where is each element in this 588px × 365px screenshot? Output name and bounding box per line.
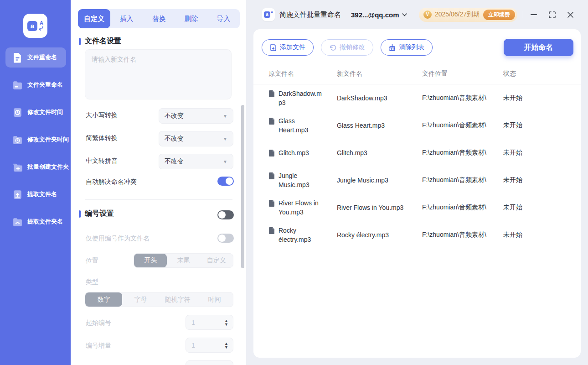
license-badge: V 2025/06/27到期 立即续费 — [419, 8, 517, 22]
undo-button[interactable]: 撤销修改 — [321, 39, 373, 56]
file-icon — [268, 90, 275, 98]
new-filename-input[interactable] — [85, 49, 232, 99]
filename-section-header: 文件名设置 — [79, 36, 121, 46]
sidebar-item-label: 提取文件名 — [27, 190, 57, 198]
section-title: 编号设置 — [85, 209, 114, 219]
tab-insert[interactable]: 插入 — [110, 9, 143, 28]
sidebar-item-label: 修改文件时间 — [27, 108, 63, 116]
start-rename-button[interactable]: 开始命名 — [504, 39, 573, 56]
col-original-name: 原文件名 — [268, 70, 337, 78]
maximize-button[interactable] — [548, 10, 556, 19]
table-row[interactable]: DarkShadow.mp3 DarkShadow.mp3 F:\zhuomia… — [253, 84, 581, 112]
sidebar-item-label: 提取文件夹名 — [27, 218, 63, 226]
col-status: 状态 — [503, 70, 573, 78]
section-title: 文件名设置 — [85, 36, 121, 46]
sidebar-item-folder-extract[interactable]: 提取文件夹名 — [5, 212, 66, 232]
tab-import[interactable]: 导入 — [207, 9, 240, 28]
folder-create-icon — [12, 162, 23, 173]
file-location: F:\zhuomian\音频素材\ — [422, 203, 503, 212]
clear-list-button[interactable]: 清除列表 — [381, 39, 433, 56]
table-row[interactable]: Glitch.mp3 Glitch.mp3 F:\zhuomian\音频素材\ … — [253, 139, 581, 167]
license-expiry: 2025/06/27到期 — [435, 10, 480, 19]
tab-replace[interactable]: 替换 — [143, 9, 175, 28]
vip-coin-icon: V — [423, 10, 432, 19]
auto-conflict-label: 自动解决命名冲突 — [86, 178, 137, 186]
numbering-toggle[interactable] — [217, 210, 234, 219]
sidebar-item-folder-time[interactable]: 修改文件夹时间 — [5, 130, 66, 150]
broom-icon — [389, 44, 396, 51]
file-location: F:\zhuomian\音频素材\ — [422, 149, 503, 157]
sidebar-nav: 文件重命名 文件夹重命名 修改文件时间 修改文件夹时间 批量创建文件夹 提取文件… — [0, 47, 71, 239]
account-menu[interactable]: 392...@qq.com — [351, 11, 407, 19]
case-convert-select[interactable]: 不改变▼ — [159, 108, 233, 124]
position-option-custom[interactable]: 自定义 — [200, 254, 233, 267]
position-option-start[interactable]: 开头 — [134, 254, 167, 267]
file-time-icon — [12, 107, 23, 118]
sidebar-item-file-rename[interactable]: 文件重命名 — [5, 47, 66, 68]
file-icon — [268, 117, 275, 125]
file-location: F:\zhuomian\音频素材\ — [422, 231, 503, 239]
traditional-convert-select[interactable]: 不改变▼ — [159, 131, 233, 146]
spin-down-icon[interactable]: ▼ — [224, 323, 228, 326]
only-number-toggle[interactable] — [217, 234, 234, 243]
status-badge: 未开始 — [503, 121, 573, 130]
position-segment: 开头 末尾 自定义 — [134, 253, 233, 268]
table-row[interactable]: River Flows in You.mp3 River Flows in Yo… — [253, 194, 581, 221]
sidebar-item-folder-rename[interactable]: 文件夹重命名 — [5, 75, 66, 95]
file-icon — [268, 199, 275, 207]
toolbar: 添加文件 撤销修改 清除列表 开始命名 — [253, 29, 581, 56]
folder-time-icon — [12, 134, 23, 146]
minimize-icon — [531, 14, 537, 15]
close-button[interactable] — [566, 10, 574, 19]
type-option-number[interactable]: 数字 — [85, 292, 122, 307]
file-list-card: 添加文件 撤销修改 清除列表 开始命名 原文件名 新文件名 文件位置 状态 Da… — [253, 29, 581, 358]
start-number-label: 起始编号 — [86, 319, 111, 327]
sidebar-item-file-extract[interactable]: 提取文件名 — [5, 184, 66, 204]
pinyin-convert-label: 中文转拼音 — [86, 157, 118, 165]
divider — [85, 199, 232, 200]
window-title: 简鹿文件批量重命名 — [279, 10, 341, 19]
position-label: 位置 — [86, 257, 98, 265]
settings-scrollbar[interactable] — [241, 105, 244, 268]
sidebar: a A 文件重命名 文件夹重命名 修改文件时间 修改文件夹时间 批量创建文件夹 … — [0, 0, 71, 365]
type-option-time[interactable]: 时间 — [196, 292, 233, 307]
minimize-button[interactable] — [530, 10, 538, 19]
numbering-section-header: 编号设置 — [79, 209, 114, 219]
file-location: F:\zhuomian\音频素材\ — [422, 121, 503, 130]
spin-down-icon[interactable]: ▼ — [224, 345, 228, 349]
case-convert-label: 大小写转换 — [86, 111, 118, 120]
status-badge: 未开始 — [503, 203, 573, 212]
table-row[interactable]: Rocky électry.mp3 Rocky électry.mp3 F:\z… — [253, 221, 581, 249]
position-option-end[interactable]: 末尾 — [167, 254, 200, 267]
start-number-input[interactable] — [191, 319, 219, 326]
app-logo: a A — [23, 14, 47, 38]
status-badge: 未开始 — [503, 149, 573, 157]
tab-delete[interactable]: 删除 — [175, 9, 207, 28]
traditional-convert-label: 简繁体转换 — [86, 134, 118, 142]
table-row[interactable]: Glass Heart.mp3 Glass Heart.mp3 F:\zhuom… — [253, 112, 581, 139]
tab-custom[interactable]: 自定义 — [78, 9, 110, 28]
sidebar-item-label: 文件重命名 — [27, 53, 57, 62]
renew-button[interactable]: 立即续费 — [483, 10, 515, 20]
increment-input[interactable] — [191, 342, 219, 349]
start-number-stepper: ▲▼ — [186, 315, 233, 330]
sidebar-item-file-time[interactable]: 修改文件时间 — [5, 102, 66, 122]
titlebar: a A 简鹿文件批量重命名 392...@qq.com V 2025/06/27… — [246, 0, 588, 29]
pinyin-convert-select[interactable]: 不改变▼ — [159, 154, 233, 169]
add-files-button[interactable]: 添加文件 — [262, 39, 314, 56]
table-row[interactable]: Jungle Music.mp3 Jungle Music.mp3 F:\zhu… — [253, 167, 581, 194]
app-icon: a A — [262, 8, 275, 21]
undo-icon — [329, 44, 336, 51]
auto-conflict-toggle[interactable] — [217, 177, 234, 186]
type-option-random[interactable]: 随机字符 — [159, 292, 196, 307]
file-icon — [268, 172, 275, 180]
settings-panel: 自定义 插入 替换 删除 导入 文件名设置 大小写转换 不改变▼ 简繁体转换 不… — [71, 0, 246, 365]
file-extract-icon — [12, 189, 23, 200]
type-option-letter[interactable]: 字母 — [122, 292, 159, 307]
sidebar-item-folder-create[interactable]: 批量创建文件夹 — [5, 157, 66, 177]
type-label: 类型 — [86, 278, 98, 286]
type-segment: 数字 字母 随机字符 时间 — [85, 292, 233, 307]
sidebar-item-label: 批量创建文件夹 — [27, 163, 69, 171]
chevron-down-icon: ▼ — [223, 159, 227, 164]
chevron-down-icon: ▼ — [223, 114, 227, 119]
